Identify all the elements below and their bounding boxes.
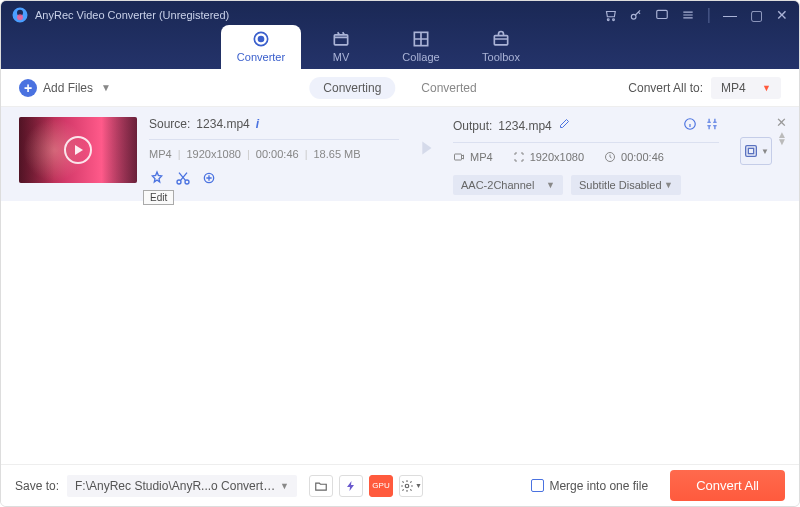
source-format: MP4 (149, 148, 172, 160)
seg-tab-converting[interactable]: Converting (309, 77, 395, 99)
output-format-button[interactable]: ▼ (740, 137, 772, 165)
svg-rect-16 (748, 148, 753, 153)
save-to-label: Save to: (15, 479, 59, 493)
svg-point-17 (405, 484, 409, 488)
merge-checkbox[interactable]: Merge into one file (531, 479, 648, 493)
svg-point-2 (631, 14, 636, 19)
format-icon (743, 143, 759, 159)
arrow-right-icon (415, 137, 437, 159)
source-label: Source: (149, 117, 190, 131)
settings-button[interactable]: ▼ (399, 475, 423, 497)
edit-icon[interactable]: Edit (149, 170, 165, 186)
clock-icon (604, 151, 616, 163)
gpu-button[interactable]: GPU (369, 475, 393, 497)
svg-rect-8 (494, 36, 507, 45)
enhance-icon[interactable] (201, 170, 217, 186)
source-size: 18.65 MB (313, 148, 360, 160)
subtitle-select[interactable]: Subtitle Disabled▼ (571, 175, 681, 195)
source-duration: 00:00:46 (256, 148, 299, 160)
tab-label: Converter (237, 51, 285, 63)
compress-icon[interactable] (705, 117, 719, 134)
hw-accel-button[interactable] (339, 475, 363, 497)
merge-label: Merge into one file (549, 479, 648, 493)
mv-icon (331, 29, 351, 49)
source-resolution: 1920x1080 (186, 148, 240, 160)
divider (149, 139, 399, 140)
info-icon[interactable]: i (256, 117, 259, 131)
play-icon (64, 136, 92, 164)
svg-rect-6 (334, 35, 347, 45)
edit-name-icon[interactable] (558, 118, 570, 133)
add-files-label: Add Files (43, 81, 93, 95)
key-icon[interactable] (629, 8, 643, 22)
cart-icon[interactable] (603, 8, 617, 22)
close-button[interactable]: ✕ (775, 8, 789, 22)
minimize-button[interactable]: — (723, 8, 737, 22)
output-format: MP4 (470, 151, 493, 163)
resolution-icon (513, 151, 525, 163)
chevron-down-icon: ▼ (280, 481, 289, 491)
chevron-down-icon: ▼ (546, 180, 555, 190)
tab-label: Toolbox (482, 51, 520, 63)
svg-point-5 (259, 37, 264, 42)
tab-toolbox[interactable]: Toolbox (461, 25, 541, 69)
output-resolution: 1920x1080 (530, 151, 584, 163)
convert-all-format-select[interactable]: MP4 ▼ (711, 77, 781, 99)
checkbox-icon (531, 479, 544, 492)
collage-icon (411, 29, 431, 49)
divider (453, 142, 719, 143)
save-path-value: F:\AnyRec Studio\AnyR...o Converter\Conv… (75, 479, 280, 493)
maximize-button[interactable]: ▢ (749, 8, 763, 22)
toolbox-icon (491, 29, 511, 49)
convert-all-button[interactable]: Convert All (670, 470, 785, 501)
svg-rect-15 (746, 146, 757, 157)
open-folder-button[interactable] (309, 475, 333, 497)
tab-label: MV (333, 51, 350, 63)
remove-file-button[interactable]: ✕ (776, 115, 787, 130)
tab-label: Collage (402, 51, 439, 63)
chevron-down-icon: ▼ (761, 147, 769, 156)
app-logo (11, 6, 29, 24)
plus-icon: + (19, 79, 37, 97)
video-icon (453, 151, 465, 163)
file-row: Source: 1234.mp4 i MP4| 1920x1080| 00:00… (1, 107, 799, 201)
source-filename: 1234.mp4 (196, 117, 249, 131)
tab-mv[interactable]: MV (301, 25, 381, 69)
add-files-button[interactable]: + Add Files ▼ (19, 79, 111, 97)
svg-point-1 (612, 19, 614, 21)
edit-tooltip: Edit (143, 190, 174, 205)
menu-icon[interactable] (681, 8, 695, 22)
cut-icon[interactable] (175, 170, 191, 186)
chevron-down-icon: ▼ (762, 83, 771, 93)
output-duration: 00:00:46 (621, 151, 664, 163)
output-filename: 1234.mp4 (498, 119, 551, 133)
tab-collage[interactable]: Collage (381, 25, 461, 69)
info-output-icon[interactable] (683, 117, 697, 134)
seg-tab-converted[interactable]: Converted (407, 77, 490, 99)
tab-converter[interactable]: Converter (221, 25, 301, 69)
reorder-handle[interactable]: ▲▼ (777, 131, 787, 145)
chevron-down-icon: ▼ (664, 180, 673, 190)
app-title: AnyRec Video Converter (Unregistered) (35, 9, 229, 21)
convert-all-to-label: Convert All to: (628, 81, 703, 95)
svg-rect-13 (455, 154, 462, 160)
svg-point-0 (607, 19, 609, 21)
output-label: Output: (453, 119, 492, 133)
convert-all-format-value: MP4 (721, 81, 746, 95)
feedback-icon[interactable] (655, 8, 669, 22)
audio-select[interactable]: AAC-2Channel▼ (453, 175, 563, 195)
video-thumbnail[interactable] (19, 117, 137, 183)
empty-area (1, 201, 799, 464)
save-path-select[interactable]: F:\AnyRec Studio\AnyR...o Converter\Conv… (67, 475, 297, 497)
chevron-down-icon[interactable]: ▼ (101, 82, 111, 93)
converter-icon (251, 29, 271, 49)
